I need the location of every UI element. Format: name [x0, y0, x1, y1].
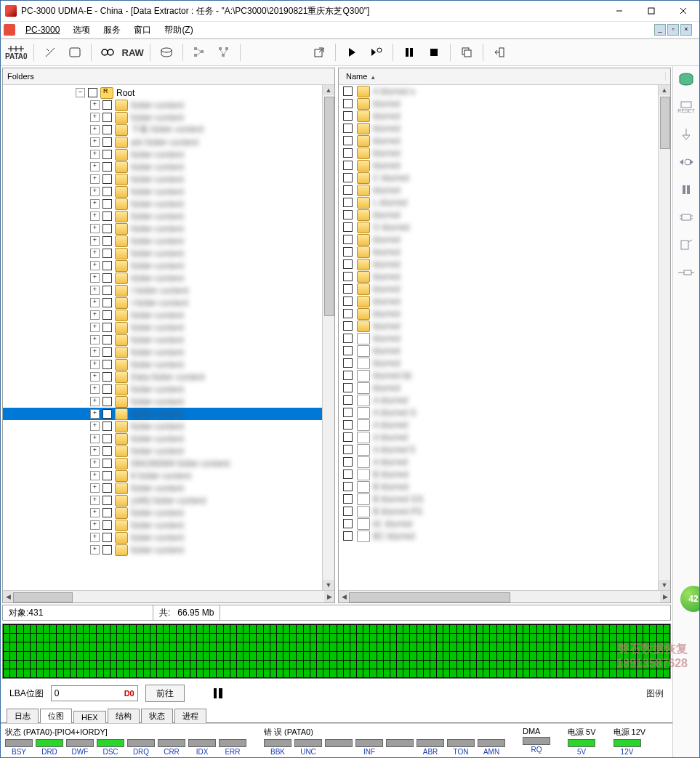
tree-row[interactable]: folder content — [3, 383, 334, 395]
stop-button[interactable] — [424, 43, 444, 62]
file-row[interactable]: blurred — [339, 258, 670, 270]
file-row[interactable]: blurred — [339, 246, 670, 258]
expand-toggle[interactable] — [90, 162, 100, 172]
checkbox[interactable] — [102, 397, 112, 406]
checkbox[interactable] — [343, 198, 353, 207]
expand-toggle[interactable] — [90, 397, 100, 406]
tree-row[interactable]: folder content — [3, 544, 334, 556]
checkbox[interactable] — [102, 224, 112, 233]
tree-row[interactable]: 6 folder content — [3, 469, 334, 482]
tab-日志[interactable]: 日志 — [7, 709, 39, 723]
checkbox[interactable] — [343, 482, 353, 491]
checkbox[interactable] — [343, 148, 353, 158]
checkbox[interactable] — [102, 273, 112, 283]
file-row[interactable]: A blurred — [339, 419, 670, 431]
tree-row[interactable]: i folder content — [3, 297, 334, 309]
minimize-button[interactable] — [603, 1, 635, 21]
tree-row[interactable]: folder content — [3, 111, 334, 124]
play-button[interactable] — [342, 43, 362, 62]
checkbox[interactable] — [102, 360, 112, 369]
checkbox[interactable] — [102, 174, 112, 184]
tree-row[interactable]: folder content — [3, 198, 334, 210]
file-row[interactable]: blurred — [339, 295, 670, 307]
tree-row[interactable]: folder content — [3, 247, 334, 259]
file-row[interactable]: blurred — [339, 209, 670, 221]
expand-toggle[interactable] — [90, 409, 100, 419]
checkbox[interactable] — [343, 86, 353, 96]
expand-toggle[interactable] — [90, 508, 100, 517]
file-row[interactable]: B blurred — [339, 468, 670, 480]
expand-toggle[interactable] — [90, 483, 100, 493]
checkbox[interactable] — [102, 100, 112, 110]
checkbox[interactable] — [343, 371, 353, 380]
file-row[interactable]: blurred — [339, 184, 670, 196]
checkbox[interactable] — [102, 298, 112, 307]
checkbox[interactable] — [102, 372, 112, 382]
checkbox[interactable] — [343, 99, 353, 108]
checkbox[interactable] — [102, 125, 112, 134]
pata-button[interactable]: PATA0 — [5, 43, 28, 62]
menu-options[interactable]: 选项 — [67, 23, 96, 38]
file-row[interactable]: A blurred o — [339, 85, 670, 97]
scroll-left-icon[interactable]: ◀ — [3, 591, 13, 602]
tree-label[interactable]: Root — [116, 88, 134, 98]
scroll-up-icon[interactable]: ▲ — [323, 85, 334, 95]
scroll-down-icon[interactable]: ▼ — [659, 580, 670, 590]
expand-toggle[interactable] — [90, 100, 100, 110]
checkbox[interactable] — [102, 496, 112, 505]
go-button[interactable]: 前往 — [145, 685, 185, 702]
file-row[interactable]: blurred — [339, 134, 670, 147]
expand-toggle[interactable] — [90, 273, 100, 283]
file-list[interactable]: A blurred o blurred blurred blurred blur… — [339, 85, 670, 590]
checkbox[interactable] — [102, 249, 112, 258]
checkbox[interactable] — [102, 384, 112, 394]
checkbox[interactable] — [102, 508, 112, 517]
file-row[interactable]: blurred — [339, 147, 670, 159]
hscroll-thumb[interactable] — [13, 592, 73, 602]
tools-button[interactable] — [40, 43, 60, 62]
menu-services[interactable]: 服务 — [97, 23, 126, 38]
checkbox[interactable] — [343, 432, 353, 442]
tree-row[interactable]: folder content — [3, 482, 334, 494]
expand-toggle[interactable] — [90, 545, 100, 555]
scroll-right-icon[interactable]: ▶ — [660, 591, 670, 602]
checkbox[interactable] — [343, 284, 353, 294]
checkbox[interactable] — [102, 483, 112, 493]
hscroll-thumb[interactable] — [349, 592, 510, 602]
folders-header[interactable]: Folders — [3, 68, 334, 85]
expand-toggle[interactable] — [90, 125, 100, 134]
checkbox[interactable] — [102, 409, 112, 419]
checkbox[interactable] — [102, 236, 112, 246]
file-row[interactable]: blurred ild — [339, 369, 670, 382]
checkbox[interactable] — [102, 422, 112, 431]
expand-toggle[interactable] — [90, 174, 100, 184]
file-row[interactable]: A blurred — [339, 431, 670, 443]
checkbox[interactable] — [102, 323, 112, 332]
tree-row[interactable]: folder content — [3, 346, 334, 358]
file-row[interactable]: L blurred — [339, 196, 670, 209]
tree-row[interactable]: Data folder content — [3, 371, 334, 383]
checkbox[interactable] — [343, 259, 353, 269]
close-button[interactable] — [667, 1, 699, 21]
expand-toggle[interactable] — [90, 434, 100, 443]
files-vscrollbar[interactable]: ▲ ▼ — [658, 85, 670, 590]
find-button[interactable] — [97, 43, 118, 62]
checkbox[interactable] — [343, 272, 353, 281]
checkbox[interactable] — [102, 533, 112, 542]
expand-toggle[interactable] — [90, 459, 100, 468]
checkbox[interactable] — [102, 335, 112, 344]
expand-toggle[interactable] — [90, 236, 100, 246]
rt-reset-icon[interactable]: RESET — [677, 98, 695, 116]
pause-button[interactable] — [399, 43, 419, 62]
expand-toggle[interactable] — [90, 286, 100, 295]
checkbox[interactable] — [343, 124, 353, 133]
expand-toggle[interactable] — [90, 298, 100, 307]
file-row[interactable]: BC blurred — [339, 530, 670, 542]
checkbox[interactable] — [343, 519, 353, 528]
expand-toggle[interactable] — [90, 211, 100, 221]
checkbox[interactable] — [102, 446, 112, 456]
expand-toggle[interactable] — [90, 422, 100, 431]
expand-toggle[interactable] — [90, 310, 100, 320]
scroll-right-icon[interactable]: ▶ — [324, 591, 334, 602]
play-settings-button[interactable] — [366, 43, 387, 62]
